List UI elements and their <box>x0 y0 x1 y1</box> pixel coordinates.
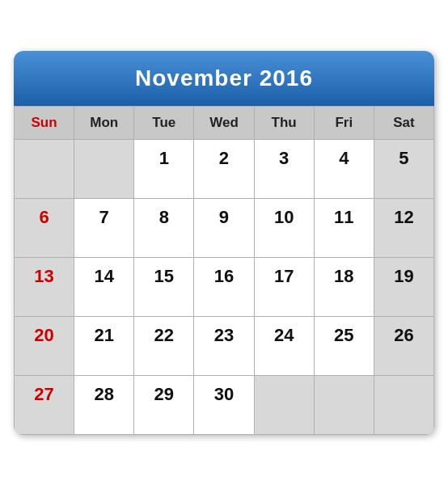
day-cell[interactable]: 5 <box>374 140 433 198</box>
calendar-grid: SunMonTueWedThuFriSat1234567891011121314… <box>14 106 434 435</box>
day-cell[interactable]: 14 <box>74 258 133 316</box>
day-cell[interactable]: 17 <box>255 258 314 316</box>
day-cell[interactable]: 18 <box>315 258 374 316</box>
day-cell[interactable]: 24 <box>255 317 314 375</box>
day-cell[interactable]: 16 <box>194 258 253 316</box>
day-cell[interactable]: 12 <box>374 199 433 257</box>
day-cell[interactable]: 29 <box>134 376 193 434</box>
day-header-wed: Wed <box>194 107 253 139</box>
day-cell[interactable]: 23 <box>194 317 253 375</box>
day-cell[interactable]: 19 <box>374 258 433 316</box>
day-cell[interactable]: 10 <box>255 199 314 257</box>
day-cell[interactable] <box>255 376 314 434</box>
day-cell[interactable]: 6 <box>15 199 74 257</box>
day-cell[interactable]: 28 <box>74 376 133 434</box>
day-header-sun: Sun <box>15 107 74 139</box>
calendar: November 2016 SunMonTueWedThuFriSat12345… <box>14 51 434 435</box>
day-cell[interactable]: 30 <box>194 376 253 434</box>
calendar-header: November 2016 <box>14 51 434 106</box>
day-cell[interactable]: 2 <box>194 140 253 198</box>
day-cell[interactable]: 21 <box>74 317 133 375</box>
day-cell[interactable]: 3 <box>255 140 314 198</box>
day-header-sat: Sat <box>374 107 433 139</box>
day-header-thu: Thu <box>255 107 314 139</box>
day-cell[interactable]: 25 <box>315 317 374 375</box>
day-cell[interactable]: 13 <box>15 258 74 316</box>
day-cell[interactable] <box>74 140 133 198</box>
day-cell[interactable]: 11 <box>315 199 374 257</box>
day-header-mon: Mon <box>74 107 133 139</box>
day-cell[interactable] <box>315 376 374 434</box>
day-cell[interactable]: 22 <box>134 317 193 375</box>
day-header-fri: Fri <box>315 107 374 139</box>
day-cell[interactable]: 20 <box>15 317 74 375</box>
day-cell[interactable]: 1 <box>134 140 193 198</box>
day-header-tue: Tue <box>134 107 193 139</box>
day-cell[interactable]: 27 <box>15 376 74 434</box>
day-cell[interactable]: 9 <box>194 199 253 257</box>
day-cell[interactable]: 4 <box>315 140 374 198</box>
day-cell[interactable]: 15 <box>134 258 193 316</box>
day-cell[interactable] <box>374 376 433 434</box>
day-cell[interactable] <box>15 140 74 198</box>
calendar-title: November 2016 <box>135 65 313 91</box>
day-cell[interactable]: 26 <box>374 317 433 375</box>
day-cell[interactable]: 7 <box>74 199 133 257</box>
day-cell[interactable]: 8 <box>134 199 193 257</box>
